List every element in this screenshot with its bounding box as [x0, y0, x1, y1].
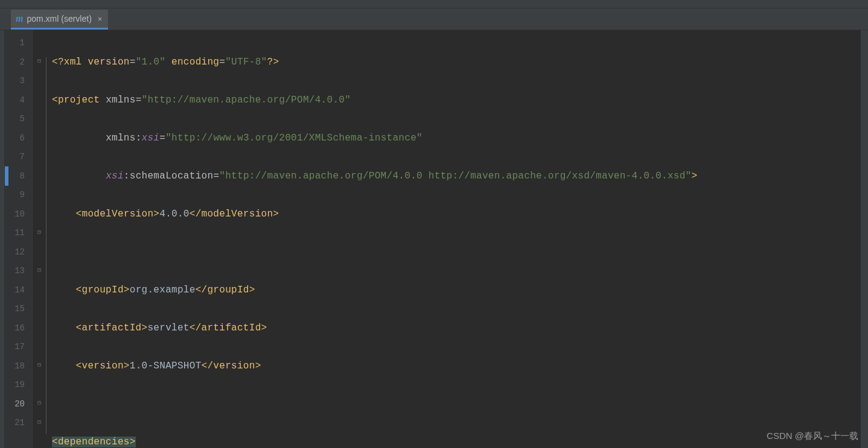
code-line[interactable]: xmlns:xsi="http://www.w3.org/2001/XMLSch… — [52, 129, 861, 148]
line-number[interactable]: 5 — [5, 110, 25, 129]
line-number[interactable]: 7 — [5, 148, 25, 167]
indent-guide — [46, 57, 46, 434]
tab-close-icon[interactable]: × — [98, 14, 103, 24]
code-editor[interactable]: <?xml version="1.0" encoding="UTF-8"?> <… — [49, 30, 861, 448]
tab-filename: pom.xml (servlet) — [27, 14, 91, 24]
tab-pom-xml[interactable]: m pom.xml (servlet) × — [11, 10, 108, 30]
fold-icon[interactable]: ⊟ — [37, 267, 41, 274]
line-number[interactable]: 1 — [5, 34, 25, 53]
code-line[interactable]: xsi:schemaLocation="http://maven.apache.… — [52, 167, 861, 186]
line-number[interactable]: 20 — [5, 395, 25, 414]
toolbar: Add Configuration... — [0, 0, 868, 8]
line-number[interactable]: 19 — [5, 376, 25, 395]
line-number[interactable]: 18 — [5, 357, 25, 376]
line-number[interactable]: 4 — [5, 91, 25, 110]
watermark: CSDN @春风～十一载 — [767, 431, 858, 442]
code-line[interactable] — [52, 395, 861, 414]
line-gutter[interactable]: 1 2 3 4 5 6 7 8 9 10 11 12 13 14 15 16 1… — [5, 30, 33, 448]
code-line[interactable]: <artifactId>servlet</artifactId> — [52, 319, 861, 338]
line-number[interactable]: 17 — [5, 338, 25, 357]
fold-gutter: ⊟ ⊟ ⊟ ⊟ ⊟ ⊟ — [35, 30, 49, 448]
maven-icon: m — [16, 13, 23, 24]
line-number[interactable]: 6 — [5, 129, 25, 148]
code-line[interactable]: <groupId>org.example</groupId> — [52, 281, 861, 300]
fold-icon[interactable]: ⊟ — [37, 361, 41, 368]
line-highlight — [5, 166, 8, 186]
fold-icon[interactable]: ⊟ — [37, 229, 41, 236]
fold-icon[interactable]: ⊟ — [37, 399, 41, 406]
line-number[interactable]: 14 — [5, 281, 25, 300]
code-line[interactable]: <project xmlns="http://maven.apache.org/… — [52, 91, 861, 110]
fold-icon[interactable]: ⊟ — [37, 418, 41, 426]
left-edge — [0, 30, 5, 448]
fold-icon[interactable]: ⊟ — [37, 57, 41, 65]
line-number[interactable]: 2 — [5, 53, 25, 72]
code-line[interactable]: <modelVersion>4.0.0</modelVersion> — [52, 205, 861, 224]
editor-area: 1 2 3 4 5 6 7 8 9 10 11 12 13 14 15 16 1… — [0, 30, 868, 448]
line-number[interactable]: 11 — [5, 224, 25, 243]
line-number[interactable]: 9 — [5, 186, 25, 205]
code-line[interactable]: <dependencies> — [52, 433, 861, 449]
tab-bar: m pom.xml (servlet) × — [0, 8, 868, 30]
code-line[interactable]: <?xml version="1.0" encoding="UTF-8"?> — [52, 53, 861, 72]
line-number[interactable]: 12 — [5, 243, 25, 262]
line-number[interactable]: 16 — [5, 319, 25, 338]
line-number[interactable]: 13 — [5, 262, 25, 281]
code-line[interactable] — [52, 243, 861, 262]
line-number[interactable]: 10 — [5, 205, 25, 224]
scrollbar[interactable] — [861, 30, 868, 448]
code-line[interactable]: <version>1.0-SNAPSHOT</version> — [52, 357, 861, 376]
line-number[interactable]: 21 — [5, 414, 25, 433]
line-number[interactable]: 3 — [5, 72, 25, 91]
line-number[interactable]: 15 — [5, 300, 25, 319]
